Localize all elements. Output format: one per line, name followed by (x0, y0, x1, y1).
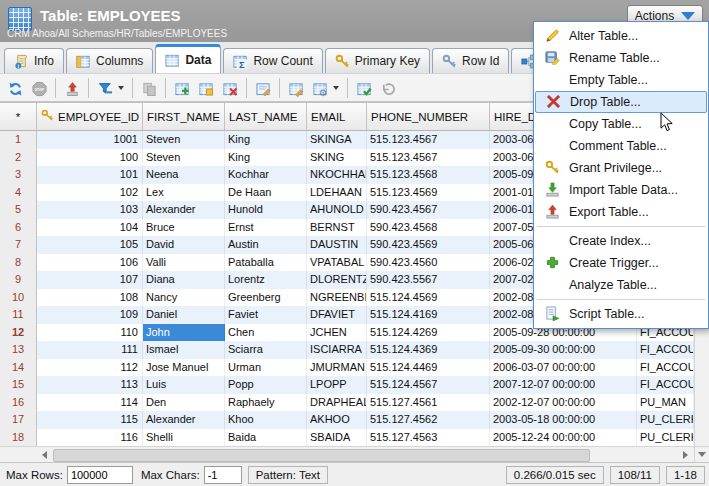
data-cell[interactable]: LPOPP (307, 376, 367, 394)
data-cell[interactable]: 515.124.4369 (367, 341, 490, 359)
data-cell[interactable]: 1001 (37, 131, 143, 149)
max-rows-input[interactable] (67, 466, 133, 484)
edit-cell-button[interactable] (251, 76, 275, 100)
data-cell[interactable]: FI_ACCOUNT (637, 376, 694, 394)
data-cell[interactable]: 116 (37, 429, 143, 447)
data-cell[interactable]: 2006-03-07 00:00:00 (490, 359, 637, 377)
data-cell[interactable]: Kochhar (225, 166, 307, 184)
data-cell[interactable]: BERNST (307, 219, 367, 237)
data-cell[interactable]: 590.423.4569 (367, 236, 490, 254)
data-cell[interactable]: Sciarra (225, 341, 307, 359)
data-cell[interactable]: Austin (225, 236, 307, 254)
data-cell[interactable]: DAUSTIN (307, 236, 367, 254)
data-cell[interactable]: 115 (37, 411, 143, 429)
commit-button[interactable] (352, 76, 376, 100)
tab-info[interactable]: iInfo (4, 48, 64, 73)
data-cell[interactable]: 515.123.4569 (367, 184, 490, 202)
data-cell[interactable]: 2005-12-24 00:00:00 (490, 429, 637, 447)
column-header-employee_id[interactable]: EMPLOYEE_ID (37, 103, 143, 131)
data-cell[interactable]: Neena (143, 166, 225, 184)
menu-item-rename-table[interactable]: Rename Table... (534, 47, 708, 69)
data-cell[interactable]: PU_MAN (637, 394, 694, 412)
data-cell[interactable]: SKINGA (307, 131, 367, 149)
data-cell[interactable]: John (143, 324, 225, 342)
data-cell[interactable]: 515.124.4569 (367, 289, 490, 307)
edit-rows-button[interactable] (284, 76, 308, 100)
data-cell[interactable]: 111 (37, 341, 143, 359)
menu-item-alter-table[interactable]: Alter Table... (534, 25, 708, 47)
data-cell[interactable]: King (225, 149, 307, 167)
refresh-button[interactable] (3, 76, 27, 100)
data-cell[interactable]: 112 (37, 359, 143, 377)
data-cell[interactable]: 515.123.4567 (367, 149, 490, 167)
menu-item-export-table[interactable]: Export Table... (534, 201, 708, 223)
data-cell[interactable]: Lex (143, 184, 225, 202)
tab-columns[interactable]: Columns (66, 48, 153, 73)
data-cell[interactable]: Bruce (143, 219, 225, 237)
horizontal-scrollbar-thumb[interactable] (53, 449, 590, 462)
data-cell[interactable]: Pataballa (225, 254, 307, 272)
data-cell[interactable]: Jose Manuel (143, 359, 225, 377)
data-cell[interactable]: Lorentz (225, 271, 307, 289)
menu-item-grant-privilege[interactable]: Grant Privilege... (534, 157, 708, 179)
chevron-down-icon[interactable] (333, 86, 339, 90)
data-cell[interactable]: Khoo (225, 411, 307, 429)
export-data-button[interactable] (60, 76, 84, 100)
column-header-email[interactable]: EMAIL (307, 103, 367, 131)
data-cell[interactable]: NKOCHHAR (307, 166, 367, 184)
data-cell[interactable]: Steven (143, 131, 225, 149)
data-cell[interactable]: Den (143, 394, 225, 412)
column-header-last_name[interactable]: LAST_NAME (225, 103, 307, 131)
data-cell[interactable]: 2002-12-07 00:00:00 (490, 394, 637, 412)
scroll-left-button[interactable] (37, 447, 52, 462)
data-cell[interactable]: DRAPHEAL (307, 394, 367, 412)
data-cell[interactable]: Luis (143, 376, 225, 394)
data-cell[interactable]: 103 (37, 201, 143, 219)
data-cell[interactable]: LDEHAAN (307, 184, 367, 202)
column-header-phone_number[interactable]: PHONE_NUMBER (367, 103, 490, 131)
data-cell[interactable]: 2005-09-30 00:00:00 (490, 341, 637, 359)
data-cell[interactable]: 515.124.4269 (367, 324, 490, 342)
data-cell[interactable]: PU_CLERK (637, 411, 694, 429)
data-cell[interactable]: Valli (143, 254, 225, 272)
data-cell[interactable]: Ismael (143, 341, 225, 359)
data-cell[interactable]: SBAIDA (307, 429, 367, 447)
data-cell[interactable]: Popp (225, 376, 307, 394)
data-cell[interactable]: 515.127.4561 (367, 394, 490, 412)
data-cell[interactable]: Hunold (225, 201, 307, 219)
data-cell[interactable]: 105 (37, 236, 143, 254)
tab-data[interactable]: Data (155, 44, 221, 73)
data-cell[interactable]: Greenberg (225, 289, 307, 307)
menu-item-comment-table[interactable]: Comment Table... (534, 135, 708, 157)
menu-item-drop-table[interactable]: Drop Table... (535, 91, 707, 113)
scroll-down-button[interactable] (694, 446, 709, 462)
menu-item-copy-table[interactable]: Copy Table... (534, 113, 708, 135)
data-cell[interactable]: David (143, 236, 225, 254)
data-cell[interactable]: Urman (225, 359, 307, 377)
scroll-right-button[interactable] (678, 447, 693, 462)
data-cell[interactable]: SKING (307, 149, 367, 167)
data-cell[interactable]: DLORENTZ (307, 271, 367, 289)
column-header-rownum[interactable]: * (0, 103, 37, 131)
data-cell[interactable]: 114 (37, 394, 143, 412)
data-cell[interactable]: Alexander (143, 201, 225, 219)
data-cell[interactable]: Ernst (225, 219, 307, 237)
data-cell[interactable]: 2003-05-18 00:00:00 (490, 411, 637, 429)
grid-settings-button[interactable]: ⚙ (308, 76, 332, 100)
data-cell[interactable]: 515.127.4563 (367, 429, 490, 447)
data-cell[interactable]: 590.423.4568 (367, 219, 490, 237)
data-cell[interactable]: 104 (37, 219, 143, 237)
filter-button[interactable] (93, 76, 117, 100)
menu-item-create-trigger[interactable]: Create Trigger... (534, 252, 708, 274)
data-cell[interactable]: 515.124.4469 (367, 359, 490, 377)
menu-item-create-index[interactable]: Create Index... (534, 230, 708, 252)
pattern-toggle[interactable]: Pattern: Text (248, 466, 328, 484)
data-cell[interactable]: 113 (37, 376, 143, 394)
tab-primary-key[interactable]: Primary Key (325, 48, 430, 73)
insert-row-button[interactable] (170, 76, 194, 100)
data-cell[interactable]: 107 (37, 271, 143, 289)
tab-row-count[interactable]: ΣRow Count (223, 48, 322, 73)
data-cell[interactable]: ISCIARRA (307, 341, 367, 359)
data-cell[interactable]: De Haan (225, 184, 307, 202)
data-cell[interactable]: VPATABAL (307, 254, 367, 272)
